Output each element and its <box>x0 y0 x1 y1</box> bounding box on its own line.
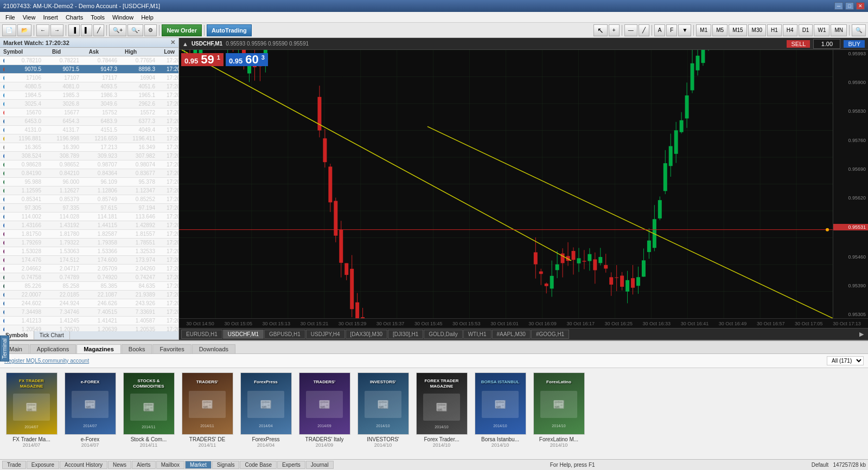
status-tab-mailbox[interactable]: Mailbox <box>156 461 184 469</box>
market-watch-row[interactable]: NZDJPY 85.226 85.258 85.385 84.635 17:20… <box>0 282 178 291</box>
market-watch-row[interactable]: USDHUF 244.602 244.924 246.626 243.926 1… <box>0 299 178 308</box>
market-watch-row[interactable]: GBPAUD 1.81750 1.81780 1.82587 1.81557 1… <box>0 230 178 239</box>
status-tab-code-base[interactable]: Code Base <box>240 461 276 469</box>
tf-mn-toolbar[interactable]: MN <box>831 24 847 36</box>
magazine-item[interactable]: e-FOREX 📰 2014/07 e-Forex 2014/07 <box>63 372 117 448</box>
menu-view[interactable]: View <box>20 14 39 21</box>
tf-d1-toolbar[interactable]: D1 <box>799 24 813 36</box>
maximize-button[interactable]: □ <box>845 2 854 10</box>
market-watch-row[interactable]: [JP225] 15670 15677 15752 15572 17:20:32 <box>0 108 178 117</box>
market-watch-row[interactable]: USDCZK 22.0007 22.0185 22.1087 21.9389 1… <box>0 291 178 299</box>
tf-h1-toolbar[interactable]: H1 <box>767 24 782 36</box>
status-tab-market[interactable]: Market <box>185 461 212 469</box>
market-watch-row[interactable]: CADCHF 0.85341 0.85379 0.85749 0.85252 1… <box>0 195 178 204</box>
market-watch-row[interactable]: GBPCAD 1.79269 1.79322 1.79358 1.78551 1… <box>0 239 178 247</box>
status-tab-experts[interactable]: Experts <box>277 461 305 469</box>
chart-line-button[interactable]: ╱ <box>93 24 104 36</box>
chart-canvas[interactable] <box>179 50 833 318</box>
status-tab-news[interactable]: News <box>108 461 131 469</box>
menu-window[interactable]: Window <box>109 14 137 21</box>
terminal-tab[interactable]: Terminal <box>0 336 9 362</box>
text-button[interactable]: A <box>654 24 666 36</box>
cursor-button[interactable]: ↖ <box>593 24 608 36</box>
menu-charts[interactable]: Charts <box>62 14 86 21</box>
bottom-tab-applications[interactable]: Applications <box>30 344 76 353</box>
tf-m15-toolbar[interactable]: M15 <box>729 24 746 36</box>
market-watch-row[interactable]: EURCAD 1.41213 1.41245 1.41421 1.40587 1… <box>0 317 178 325</box>
status-tab-exposure[interactable]: Exposure <box>27 461 59 469</box>
new-order-button[interactable]: New Order <box>162 24 202 36</box>
minimize-button[interactable]: ─ <box>834 2 843 10</box>
chart-tab-gold-daily[interactable]: GOLD,Daily <box>424 330 462 339</box>
magazine-item[interactable]: STOCKS & COMMODITIES 📰 2014/11 Stock & C… <box>122 372 176 448</box>
market-watch-row[interactable]: GOLD 1196.881 1196.998 1216.659 1196.411… <box>0 134 178 143</box>
status-tab-journal[interactable]: Journal <box>306 461 334 469</box>
bottom-tab-magazines[interactable]: Magazines <box>76 344 121 353</box>
sell-button[interactable]: SELL <box>787 40 810 48</box>
market-watch-row[interactable]: CADJPY 97.305 97.335 97.615 97.194 17:20… <box>0 204 178 213</box>
market-watch-row[interactable]: GBPCHF 1.53028 1.53063 1.53366 1.32533 1… <box>0 247 178 256</box>
status-tab-account-history[interactable]: Account History <box>60 461 107 469</box>
register-link[interactable]: Register MQL5.community account <box>4 358 89 364</box>
tf-h4-toolbar[interactable]: H4 <box>783 24 797 36</box>
status-tab-trade[interactable]: Trade <box>2 461 26 469</box>
market-watch-row[interactable]: SILVER 16.365 16.390 17.213 16.349 17:20… <box>0 143 178 152</box>
chart-tab-[dax30]-m30[interactable]: [DAX30],M30 <box>346 330 387 339</box>
zoom-in-button[interactable]: 🔍+ <box>109 24 126 36</box>
market-watch-row[interactable]: [STOXX50] 3025.4 3026.8 3049.6 2962.6 17… <box>0 100 178 108</box>
qty-input[interactable] <box>813 39 840 49</box>
magazine-item[interactable]: BORSA ISTANBUL 📰 2014/10 Borsa Istanbu..… <box>473 372 527 448</box>
chart-bar-button[interactable]: ▐ <box>68 24 80 36</box>
market-watch-row[interactable]: [CAC40] 4131.0 4131.7 4151.5 4049.4 17:2… <box>0 126 178 134</box>
chart-tab-#aapl-m30[interactable]: #AAPL,M30 <box>492 330 531 339</box>
market-watch-row[interactable]: EURCHF 1.20549 1.20570 1.20639 1.20535 1… <box>0 325 178 331</box>
market-watch-row[interactable]: NZDCHF 0.74758 0.74789 0.74920 0.74247 1… <box>0 273 178 282</box>
tf-w1-toolbar[interactable]: W1 <box>814 24 829 36</box>
new-file-button[interactable]: 📄 <box>2 24 16 36</box>
buy-button[interactable]: BUY <box>844 40 865 48</box>
market-watch-row[interactable]: AUDCHF 0.84190 0.84210 0.84364 0.83677 1… <box>0 169 178 178</box>
market-watch-row[interactable]: CHFJPY 114.002 114.028 114.181 113.646 1… <box>0 213 178 221</box>
chart-candle-button[interactable]: ▌ <box>81 24 92 36</box>
open-button[interactable]: 📂 <box>17 24 31 36</box>
menu-insert[interactable]: Insert <box>40 14 61 21</box>
market-watch-row[interactable]: [FTSE100] 6453.0 6454.3 6483.9 6377.3 17… <box>0 117 178 126</box>
bottom-tab-books[interactable]: Books <box>122 344 152 353</box>
market-watch-row[interactable]: [NQ100] 4080.5 4081.0 4093.5 4051.6 17:2… <box>0 82 178 91</box>
tf-m30-toolbar[interactable]: M30 <box>748 24 766 36</box>
magazine-item[interactable]: ForexLatino 📰 2014/10 ForexLatino M... 2… <box>532 372 586 448</box>
market-watch-row[interactable]: AUDCAD 0.98628 0.98652 0.98707 0.98074 1… <box>0 160 178 169</box>
magazine-item[interactable]: FX TRADER MAGAZINE 📰 2014/07 FX Trader M… <box>4 372 59 448</box>
market-watch-row[interactable]: EURHUF 308.524 308.789 309.923 307.982 1… <box>0 152 178 160</box>
hline-button[interactable]: — <box>624 24 637 36</box>
chart-tab-gbpusd-h1[interactable]: GBPUSD,H1 <box>264 330 305 339</box>
tf-m5-toolbar[interactable]: M5 <box>712 24 727 36</box>
menu-file[interactable]: File <box>2 14 18 21</box>
chart-tab-usdjpy-h4[interactable]: USDJPY,H4 <box>306 330 345 339</box>
fib-button[interactable]: F <box>666 24 677 36</box>
tline-button[interactable]: ╱ <box>639 24 649 36</box>
market-watch-row[interactable]: [SP500] 1984.5 1985.3 1986.3 1965.1 17:2… <box>0 91 178 100</box>
market-watch-row[interactable]: NZDUSD 0.78210 0.78221 0.78446 0.77654 1… <box>0 56 178 65</box>
magazine-filter[interactable]: All (171) <box>827 356 864 365</box>
market-watch-row[interactable]: [DAX30] 9070.5 9071.5 9147.3 8898.3 17:2… <box>0 65 178 74</box>
chart-tab-wti-h1[interactable]: WTI,H1 <box>463 330 492 339</box>
market-watch-row[interactable]: USDSEK 7.34498 7.34746 7.40515 7.33691 1… <box>0 308 178 317</box>
status-tab-alerts[interactable]: Alerts <box>132 461 156 469</box>
status-tab-signals[interactable]: Signals <box>212 461 240 469</box>
chart-tab-eurusd-h1[interactable]: EURUSD,H1 <box>181 330 222 339</box>
magazine-item[interactable]: FOREX TRADER MAGAZINE 📰 2014/10 Forex Tr… <box>414 372 469 448</box>
search-button[interactable]: 🔍 <box>852 24 866 36</box>
market-watch-row[interactable]: GBPNZD 2.04662 2.04717 2.05709 2.04260 1… <box>0 265 178 273</box>
chart-tabs-scroll-right[interactable]: ▶ <box>857 331 866 338</box>
magazine-item[interactable]: ForexPress 📰 2014/04 ForexPress 2014/04 <box>239 372 293 448</box>
magazine-item[interactable]: INVESTORS' 📰 2014/10 INVESTORS' 2014/10 <box>356 372 410 448</box>
zoom-out-button[interactable]: 🔍- <box>127 24 143 36</box>
more-tools-button[interactable]: ▼ <box>678 24 691 36</box>
buy-price-box[interactable]: 0.95 60 3 <box>226 53 268 66</box>
market-watch-row[interactable]: [DJS0] 17106 17107 17117 16904 17:20:31 <box>0 74 178 82</box>
tf-m1-toolbar[interactable]: M1 <box>696 24 711 36</box>
back-button[interactable]: ← <box>36 24 49 36</box>
close-button[interactable]: ✕ <box>856 2 865 10</box>
magazine-item[interactable]: TRADERS' 📰 2014/11 TRADERS' DE 2014/11 <box>180 372 234 448</box>
